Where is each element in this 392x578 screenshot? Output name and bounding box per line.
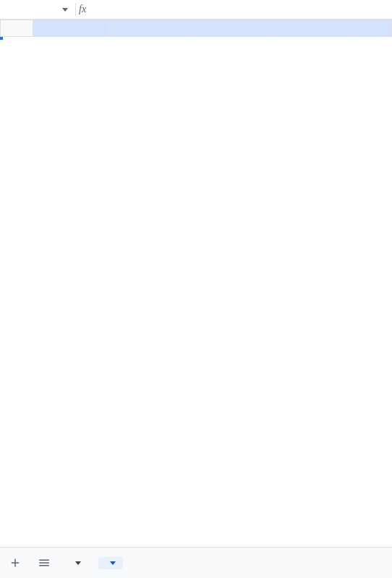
col-header-A[interactable]: [33, 20, 114, 37]
column-header-row: [1, 20, 392, 37]
plus-icon: [9, 556, 22, 569]
col-header-B[interactable]: [114, 20, 194, 37]
formula-bar: fx: [0, 0, 392, 20]
name-box[interactable]: [4, 8, 61, 11]
chevron-down-icon: [75, 561, 81, 565]
col-header-D[interactable]: [275, 20, 356, 37]
fx-icon: fx: [79, 4, 86, 15]
col-header-C[interactable]: [194, 20, 275, 37]
menu-icon: [38, 556, 51, 569]
sheet-tab-bar: [0, 547, 392, 578]
col-header-extra[interactable]: [356, 20, 392, 37]
chevron-down-icon: [110, 561, 116, 565]
spreadsheet-grid[interactable]: [0, 20, 392, 547]
select-all-corner[interactable]: [1, 20, 33, 37]
selection-outline: [0, 37, 3, 40]
formula-input[interactable]: [93, 4, 388, 15]
name-box-dropdown-icon[interactable]: [61, 5, 69, 14]
add-sheet-button[interactable]: [6, 553, 25, 572]
tab-active-sheet[interactable]: [98, 557, 123, 569]
tab-report-configuration[interactable]: [64, 557, 88, 569]
all-sheets-button[interactable]: [35, 553, 54, 572]
